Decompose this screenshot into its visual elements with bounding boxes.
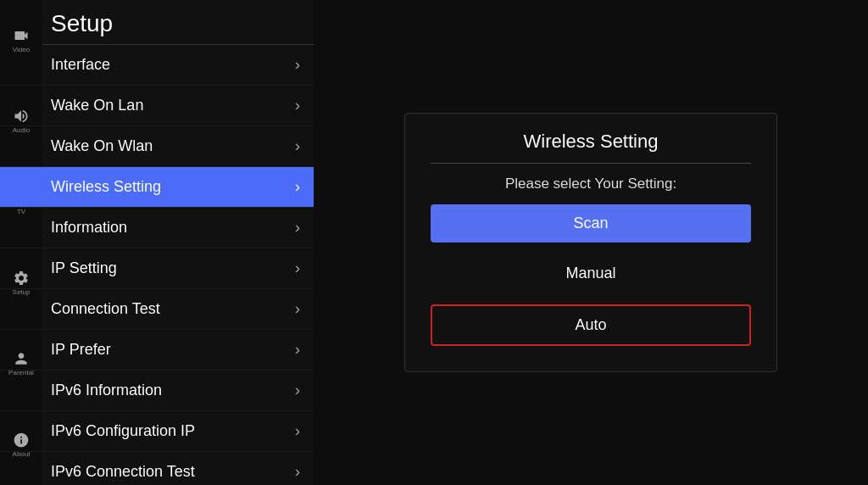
sidebar-item-wireless-setting-arrow: › [295,178,300,196]
sidebar-item-ip-setting[interactable]: IP Setting › [0,248,314,289]
sidebar-item-ipv6-information-label: IPv6 Information [51,382,295,399]
sidebar-item-wake-on-wlan-label: Wake On Wlan [51,137,295,155]
video-icon [13,27,30,44]
dialog-option-manual[interactable]: Manual [431,254,751,293]
sidebar-item-ipv6-information-arrow: › [295,382,300,399]
dialog-option-scan[interactable]: Scan [431,204,751,242]
main-content: Wireless Setting Please select Your Sett… [314,0,868,485]
sidebar-item-ip-prefer-arrow: › [295,341,300,359]
sidebar-item-wake-on-lan-arrow: › [295,97,300,114]
sidebar-item-connection-test-arrow: › [295,300,300,318]
sidebar-item-ipv6-configuration-ip[interactable]: IPv6 Configuration IP › [0,411,314,452]
dialog-title: Wireless Setting [431,131,751,164]
sidebar-item-wake-on-lan-label: Wake On Lan [51,97,295,114]
sidebar-item-wake-on-wlan[interactable]: Wake On Wlan › [0,126,314,167]
sidebar-item-wake-on-lan[interactable]: Wake On Lan › [0,86,314,126]
sidebar-item-information-label: Information [51,219,295,237]
sidebar-item-wireless-setting-label: Wireless Setting [51,178,295,196]
sidebar-item-interface-arrow: › [295,56,300,74]
sidebar-item-ip-prefer[interactable]: IP Prefer › [0,330,314,371]
sidebar-items: Interface › Wake On Lan › Wake On Wlan ›… [0,45,314,485]
sidebar-item-ipv6-configuration-ip-arrow: › [295,422,300,440]
sidebar-title: Setup [0,0,314,45]
sidebar-item-ipv6-connection-test-label: IPv6 Connection Test [51,463,295,481]
sidebar-item-interface-label: Interface [51,56,295,74]
sidebar-item-connection-test-label: Connection Test [51,300,295,318]
dialog-subtitle: Please select Your Setting: [505,176,676,192]
sidebar-item-wireless-setting[interactable]: Wireless Setting › [0,167,314,208]
sidebar-item-ip-prefer-label: IP Prefer [51,341,295,359]
dialog-option-auto[interactable]: Auto [431,304,751,346]
sidebar-item-ipv6-connection-test-arrow: › [295,463,300,481]
sidebar-item-ipv6-information[interactable]: IPv6 Information › [0,371,314,411]
sidebar-item-information-arrow: › [295,219,300,237]
sidebar-item-interface[interactable]: Interface › [0,45,314,86]
sidebar-item-connection-test[interactable]: Connection Test › [0,289,314,330]
sidebar-item-wake-on-wlan-arrow: › [295,137,300,155]
sidebar: Video Audio TV Setup Par [0,0,314,485]
sidebar-item-ipv6-connection-test[interactable]: IPv6 Connection Test › [0,452,314,485]
sidebar-item-information[interactable]: Information › [0,208,314,248]
sidebar-item-ip-setting-arrow: › [295,259,300,277]
dialog-box: Wireless Setting Please select Your Sett… [404,113,777,372]
sidebar-item-ipv6-configuration-ip-label: IPv6 Configuration IP [51,422,295,440]
sidebar-item-ip-setting-label: IP Setting [51,259,295,277]
